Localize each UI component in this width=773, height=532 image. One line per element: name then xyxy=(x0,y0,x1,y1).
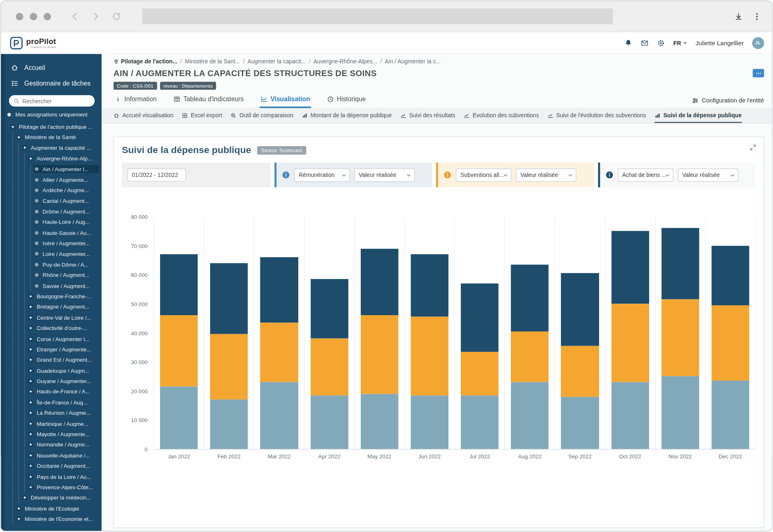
tree-item-mayotte-augmente[interactable]: Mayotte / Augmente... xyxy=(1,429,102,439)
sidebar-item-home[interactable]: Accueil xyxy=(1,60,102,76)
tree-item-inner: Cantal / Augment... xyxy=(34,197,99,205)
breadcrumb-item[interactable]: Ain / Augmenter la c... xyxy=(385,58,441,64)
chevron-down-icon xyxy=(503,173,508,178)
tree-item-cantal-augment[interactable]: Cantal / Augment... xyxy=(1,195,102,206)
tree-item-guadeloupe-augm[interactable]: Guadeloupe / Augm... xyxy=(1,365,102,376)
url-input[interactable] xyxy=(142,8,613,24)
tab-historique[interactable]: Historique xyxy=(326,93,367,108)
app-logo[interactable]: proPilot Powered by dFakto xyxy=(10,37,56,49)
bar-segment xyxy=(411,254,448,317)
window-control-dot[interactable] xyxy=(30,13,37,20)
tree-item-occitanie-augment[interactable]: Occitanie / Augment... xyxy=(1,461,102,472)
tree-item-guyane-augmenter[interactable]: Guyane / Augmenter... xyxy=(1,376,102,386)
window-control-dot[interactable] xyxy=(44,13,51,20)
tree-item-nouvelle-aquitaine[interactable]: Nouvelle-Aquitaine /... xyxy=(1,450,102,461)
tree-item-bourgogne-franche[interactable]: Bourgogne-Franche-... xyxy=(1,291,102,302)
tab-information[interactable]: Information xyxy=(114,93,158,108)
tree-item-bretagne-augment[interactable]: Bretagne / Augment... xyxy=(1,302,102,312)
subtab-outil-de-comparaison[interactable]: Outil de comparaison xyxy=(230,109,293,123)
metric-select[interactable]: Rémunération xyxy=(294,168,350,182)
date-range-input[interactable] xyxy=(128,169,186,181)
subtab-montant-de-la-d-pense-publique[interactable]: Montant de la dépense publique xyxy=(302,109,392,123)
tree-item-loire-augmenter[interactable]: Loire / Augmenter... xyxy=(1,249,102,259)
value-type-select[interactable]: Valeur réalisée xyxy=(678,168,738,182)
tree-branch-icon xyxy=(28,336,33,342)
expand-chart-icon[interactable] xyxy=(749,144,757,151)
browser-menu-icon[interactable] xyxy=(753,12,761,21)
subtab-suivi-de-la-d-pense-publique[interactable]: Suivi de la dépense publique xyxy=(655,109,742,123)
tree-item-ain-augmenter-l[interactable]: Ain / Augmenter l... xyxy=(1,164,102,174)
back-icon[interactable] xyxy=(70,12,80,21)
page-actions-button[interactable] xyxy=(753,69,764,77)
window-control-dot[interactable] xyxy=(16,13,23,20)
user-name[interactable]: Juliette Langellier xyxy=(696,39,744,46)
subtab-excel-export[interactable]: Excel export xyxy=(182,109,222,123)
sidebar-item-task-manager[interactable]: Gestionnaire de tâches xyxy=(1,75,102,91)
tree-guide-line xyxy=(19,206,19,217)
avatar[interactable]: JL xyxy=(752,37,764,49)
tree-item-normandie-augme[interactable]: Normandie / Augme... xyxy=(1,439,102,450)
download-icon[interactable] xyxy=(734,12,743,21)
tree-item-augmenter-la-capacit[interactable]: Augmenter la capacité ... xyxy=(1,143,102,153)
configure-entity-button[interactable]: Configuration de l'entité xyxy=(692,97,764,108)
tree-item-minist-re-de-l-ecologie[interactable]: Ministère de l'Ecologie xyxy=(1,503,102,514)
tree-item-minist-re-de-l-economie-et[interactable]: Ministère de l'Economie et... xyxy=(1,513,102,524)
bar-segment xyxy=(461,283,499,352)
assignments-filter[interactable]: Mes assignations uniquement xyxy=(1,112,102,117)
subtab-evolution-des-subventions[interactable]: Evolution des subventions xyxy=(464,109,539,123)
tree-item-rh-ne-augment[interactable]: Rhône / Augment... xyxy=(1,270,102,281)
breadcrumb-item[interactable]: Auvergne-Rhône-Alpes... xyxy=(313,58,378,64)
tree-item-label: Collectivité d'outre-... xyxy=(37,325,87,331)
subtab-suivi-de-l-volution-des-subventions[interactable]: Suivi de l'évolution des subventions xyxy=(547,109,646,123)
tree-item-ard-che-augme[interactable]: Ardèche / Augme... xyxy=(1,185,102,196)
notifications-bell-icon[interactable] xyxy=(624,39,632,47)
tree-item-puy-de-d-me-a[interactable]: Puy-de-Dôme / A... xyxy=(1,259,102,270)
bar-segment xyxy=(712,305,750,381)
metric-select[interactable]: Subventions all... xyxy=(456,168,512,182)
tree-item-etranger-augmente[interactable]: Etranger / Augmente... xyxy=(1,344,102,355)
tree-guide-line xyxy=(19,482,19,493)
breadcrumb-item[interactable]: Augmenter la capacit... xyxy=(248,58,306,64)
tree-guide-line xyxy=(19,249,19,259)
tree-item-dr-me-augment[interactable]: Drôme / Augment... xyxy=(1,206,102,217)
forward-icon[interactable] xyxy=(91,12,100,21)
tree-item-auvergne-rh-ne-alp[interactable]: Auvergne-Rhône-Alp... xyxy=(1,153,102,164)
tree-item-pilotage-de-l-action-publique[interactable]: Pilotage de l'action publique ... xyxy=(1,121,102,132)
tree-item-la-r-union-augme[interactable]: La Réunion / Augme... xyxy=(1,408,102,418)
messages-envelope-icon[interactable] xyxy=(641,39,648,47)
metric-select[interactable]: Achat de biens ... xyxy=(618,168,673,182)
subtab-label: Suivi des résultats xyxy=(409,112,455,118)
bullet-dot-icon xyxy=(7,113,11,116)
tab-tableau-d-indicateurs[interactable]: Tableau d'indicateurs xyxy=(172,93,245,108)
tree-item-label: Puy-de-Dôme / A... xyxy=(43,262,89,267)
tree-item-hauts-de-france-a[interactable]: Hauts-de-France / A... xyxy=(1,386,102,397)
tree-item-minist-re-de-la-sant[interactable]: Ministère de la Santé xyxy=(1,132,102,143)
tab-visualisation[interactable]: Visualisation xyxy=(260,93,311,108)
tree-item-corse-augmenter-l[interactable]: Corse / Augmenter l... xyxy=(1,333,102,344)
breadcrumb-item[interactable]: Pilotage de l'action... xyxy=(114,58,177,64)
breadcrumb-item[interactable]: Ministère de la Sant... xyxy=(185,58,240,64)
tree-item-allier-augmente[interactable]: Allier / Augmente... xyxy=(1,174,102,185)
tree-item-martinique-augme[interactable]: Martinique / Augme... xyxy=(1,418,102,429)
tree-item-grand-est-augment[interactable]: Grand Est / Augment... xyxy=(1,355,102,365)
tree-item-provence-alpes-c-te[interactable]: Provence-Alpes-Côte... xyxy=(1,482,102,493)
search-input[interactable] xyxy=(9,95,95,107)
settings-gear-icon[interactable] xyxy=(657,39,665,47)
tree-item-d-velopper-la-m-decin[interactable]: Développer la médecin... xyxy=(1,493,102,503)
tree-item-pays-de-la-loire-au[interactable]: Pays de la Loire / Au... xyxy=(1,471,102,482)
tree-item-savoie-augment[interactable]: Savoie / Augment... xyxy=(1,281,102,291)
subtab-suivi-des-r-sultats[interactable]: Suivi des résultats xyxy=(400,109,455,123)
tree-item-haute-savoie-au[interactable]: Haute-Savoie / Au... xyxy=(1,228,102,238)
tree-guide-line xyxy=(12,228,13,238)
language-selector[interactable]: FR xyxy=(673,39,687,46)
tree-item-collectivit-d-outre[interactable]: Collectivité d'outre-... xyxy=(1,323,102,334)
tree-item-centre-val-de-loire[interactable]: Centre-Val de Loire /... xyxy=(1,312,102,323)
tree-item-is-re-augmenter[interactable]: Isère / Augmenter... xyxy=(1,238,102,249)
subtab-accueil-visualisation[interactable]: Accueil visualisation xyxy=(114,109,174,123)
tree-item-haute-loire-aug[interactable]: Haute-Loire / Aug... xyxy=(1,217,102,228)
refresh-icon[interactable] xyxy=(111,12,121,21)
value-type-select[interactable]: Valeur réalisée xyxy=(516,168,576,182)
tree-item-le-de-france-aug[interactable]: Île-de-France / Aug... xyxy=(1,397,102,408)
value-type-select[interactable]: Valeur réalisée xyxy=(354,168,415,182)
tree-guide-line xyxy=(24,206,25,217)
